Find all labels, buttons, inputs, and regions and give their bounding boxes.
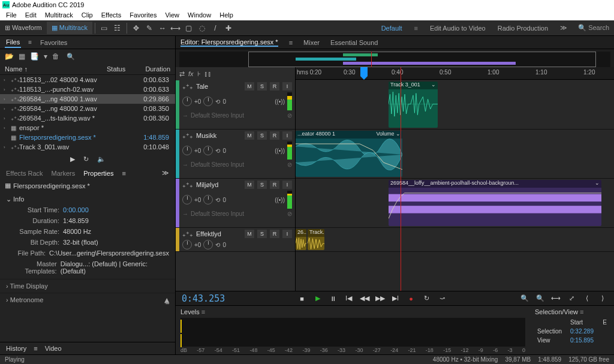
track-lanes[interactable]: hms 0:20 0:30 0:40 0:50 1:00 1:10 1:20 T… [296,67,614,291]
track-header-effektlyd[interactable]: ₊⁺₊Effektlyd M S R I +0 ⟲0 [176,228,295,252]
menu-help[interactable]: Help [216,10,237,20]
clip-effekt-1[interactable]: 26... [296,229,306,250]
expand-icon[interactable]: ≫ [162,169,169,177]
solo-button[interactable]: S [257,82,267,91]
tab-markers[interactable]: Markers [52,170,76,177]
menu-clip[interactable]: Clip [78,10,97,20]
files-search[interactable]: 🔍 [64,53,170,61]
toggle-fx-icon[interactable]: ⇄ [179,70,185,78]
zoom-out-icon[interactable]: 🔍 [535,294,546,303]
overview-viewport[interactable] [248,52,596,67]
status-column-header[interactable]: Status [107,65,137,73]
pause-button[interactable]: ⏸ [328,294,339,303]
solo-button[interactable]: S [257,131,267,140]
file-row[interactable]: ›₊⁺₊118513_...-punch-02.wav0:00.633 [0,85,175,94]
expand-track-icon[interactable]: ₊⁺₊ [182,132,193,140]
menu-window[interactable]: Window [184,10,215,20]
tab-files[interactable]: Files [5,37,21,48]
tab-essential-sound[interactable]: Essential Sound [330,39,378,46]
mute-button[interactable]: M [245,230,254,238]
pan-knob[interactable] [203,97,213,106]
tool-razor-icon[interactable]: ✎ [143,22,156,35]
monitor-button[interactable]: I [282,230,292,238]
track-header-miljolyd[interactable]: ₊⁺₊Miljølyd M S R I +0 ⟲0 ((•)) →Default… [176,179,295,228]
zoom-out-point-icon[interactable]: ⟩ [597,294,608,303]
history-menu-icon[interactable]: ≡ [34,345,37,352]
file-row-session[interactable]: ▦Flersporsredigering.sesx *1:48.859 [0,133,175,142]
zoom-in-icon[interactable]: 🔍 [519,294,530,303]
clip-musikk[interactable]: ...eator 48000 1Volume ⌄ [296,131,402,177]
file-row[interactable]: ›▦enspor * [0,123,175,133]
skip-selection-button[interactable]: ⤻ [437,294,448,303]
file-row[interactable]: ›₊⁺₊Track 3_001.wav0:10.048 [0,142,175,152]
tool-brush-icon[interactable]: / [209,22,222,35]
workspace-edit-audio-to-video[interactable]: Edit Audio to Video [424,22,492,34]
expand-track-icon[interactable]: ₊⁺₊ [182,83,193,91]
tool-slip-icon[interactable]: ↔ [156,22,169,35]
tab-video[interactable]: Video [45,345,62,352]
files-panel-menu-icon[interactable]: ≡ [28,39,32,46]
properties-menu-icon[interactable]: ≡ [122,170,125,177]
play-preview-icon[interactable]: ▶ [70,155,75,163]
mute-button[interactable]: M [245,181,254,189]
volume-knob[interactable] [182,240,192,249]
play-button[interactable]: ▶ [312,294,323,303]
cti-indicator[interactable] [360,67,368,76]
playhead[interactable] [401,67,401,291]
duration-column-header[interactable]: Duration [137,65,170,73]
menu-edit[interactable]: Edit [22,10,40,20]
tool-heal-icon[interactable]: ✚ [222,22,235,35]
open-file-icon[interactable]: 📂 [5,52,14,61]
record-arm-button[interactable]: R [270,230,279,238]
eq-icon[interactable]: ⫿⫿ [204,70,212,77]
loop-icon[interactable]: ↻ [83,155,89,163]
mute-button[interactable]: M [245,131,254,140]
tool-move-icon[interactable]: ✥ [130,22,143,35]
new-file-icon[interactable]: ▦ [19,52,25,61]
tool-layout-icon[interactable]: ▭ [98,22,111,35]
tool-lasso-icon[interactable]: ◌ [195,22,209,35]
menu-view[interactable]: View [161,10,183,20]
monitor-button[interactable]: I [282,82,292,91]
solo-button[interactable]: S [257,181,267,189]
track-header-musikk[interactable]: ₊⁺₊Musikk M S R I +0 ⟲0 ((•)) →Default S… [176,130,295,179]
tool-channels-icon[interactable]: ☷ [111,22,124,35]
time-display-section[interactable]: › Time Display [0,279,175,293]
tab-effects-rack[interactable]: Effects Rack [6,170,43,177]
clip-tale[interactable]: Track 3_001⌄ [389,82,438,128]
timecode-display[interactable]: 0:43.253 [182,293,225,304]
tab-editor[interactable]: Editor: Flersporsredigering.sesx * [180,38,278,47]
start-time-value[interactable]: 0:00.000 [63,206,89,213]
track-header-tale[interactable]: ₊⁺₊Tale M S R I +0 ⟲0 ((•)) →Default Ste… [176,80,295,130]
multitrack-mode-button[interactable]: ▦ Multitrack [47,22,92,34]
monitor-button[interactable]: I [282,181,292,189]
delete-icon[interactable]: 🗑 [52,52,59,61]
expand-track-icon[interactable]: ₊⁺₊ [182,230,193,238]
waveform-mode-button[interactable]: ⊞ Waveform [0,22,47,34]
timeline-ruler[interactable]: hms 0:20 0:30 0:40 0:50 1:00 1:10 1:20 [296,67,614,80]
metronome-icon[interactable]: ▲̲ [164,296,169,304]
view-start[interactable]: 0:15.895 [569,336,599,344]
go-to-end-button[interactable]: ▶I [390,294,401,303]
insert-clip-icon[interactable]: 📑 [30,52,39,61]
volume-knob[interactable] [182,195,192,204]
monitor-button[interactable]: I [282,131,292,140]
sends-icon[interactable]: ⊦ [197,70,201,78]
file-row[interactable]: ›₊⁺₊269584_...ng 48000 2.wav0:08.350 [0,104,175,113]
go-to-start-button[interactable]: I◀ [344,294,354,303]
metronome-section[interactable]: › Metronome▲̲ [0,293,175,307]
menu-multitrack[interactable]: Multitrack [41,10,77,20]
mute-button[interactable]: M [245,82,254,91]
record-arm-button[interactable]: R [270,181,279,189]
tab-favorites[interactable]: Favorites [39,38,68,47]
fast-forward-button[interactable]: ▶▶ [375,294,386,303]
pan-knob[interactable] [203,195,213,204]
stop-button[interactable]: ■ [297,294,308,303]
expand-track-icon[interactable]: ₊⁺₊ [182,181,193,189]
tab-properties[interactable]: Properties [83,170,113,177]
zoom-in-point-icon[interactable]: ⟨ [582,294,592,303]
dropdown-icon[interactable]: ▾ [44,52,47,61]
menu-effects[interactable]: Effects [98,10,125,20]
levels-menu-icon[interactable]: ≡ [201,308,205,315]
clip-effekt-2[interactable]: Track... [308,229,324,250]
